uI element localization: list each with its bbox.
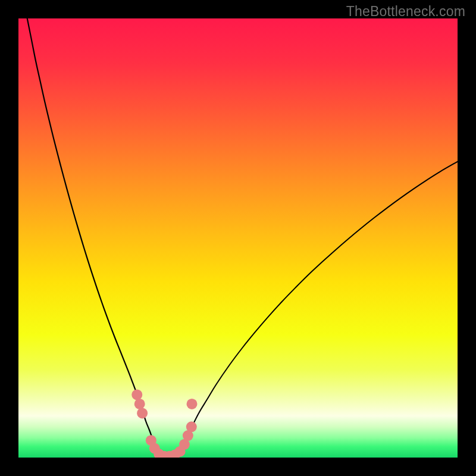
- series-left-branch: [27, 18, 159, 455]
- series-right-branch: [178, 162, 458, 456]
- marker-valley-dots: [187, 399, 198, 409]
- curves-layer: [18, 18, 458, 458]
- marker-valley-dots: [137, 408, 148, 418]
- frame: TheBottleneck.com: [0, 0, 476, 476]
- marker-valley-dots: [131, 389, 142, 400]
- plot-area: [18, 18, 458, 458]
- marker-valley-dots: [134, 399, 145, 409]
- marker-valley-dots: [186, 421, 197, 432]
- watermark-text: TheBottleneck.com: [346, 4, 465, 20]
